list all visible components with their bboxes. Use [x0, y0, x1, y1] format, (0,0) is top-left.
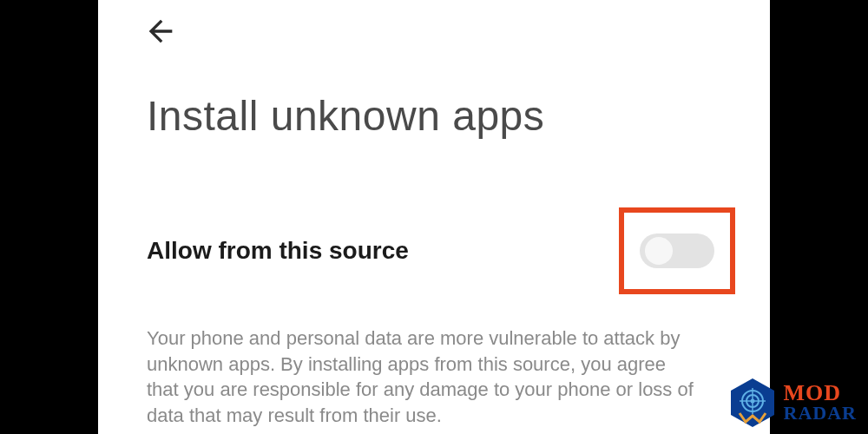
back-button[interactable] — [141, 12, 180, 50]
page-title: Install unknown apps — [147, 92, 735, 140]
toggle-thumb — [645, 237, 673, 265]
allow-source-toggle[interactable] — [640, 233, 714, 268]
arrow-left-icon — [143, 14, 178, 49]
setting-row: Allow from this source — [147, 207, 735, 294]
setting-label: Allow from this source — [147, 237, 409, 265]
toggle-highlight-box — [619, 207, 735, 294]
watermark-logo: MOD RADAR — [727, 377, 857, 429]
radar-badge-icon — [727, 377, 779, 429]
watermark-line2: RADAR — [784, 404, 857, 423]
watermark-text: MOD RADAR — [784, 383, 857, 423]
settings-screen: Install unknown apps Allow from this sou… — [98, 0, 770, 434]
setting-description: Your phone and personal data are more vu… — [147, 326, 702, 429]
